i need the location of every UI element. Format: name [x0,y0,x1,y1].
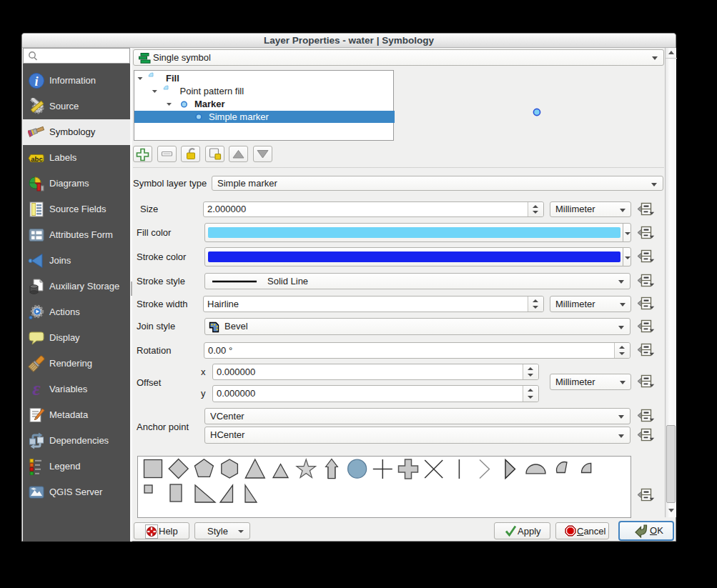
svg-text:abc: abc [31,155,42,163]
svg-text:ε: ε [32,381,41,398]
svg-text:i: i [34,74,38,89]
